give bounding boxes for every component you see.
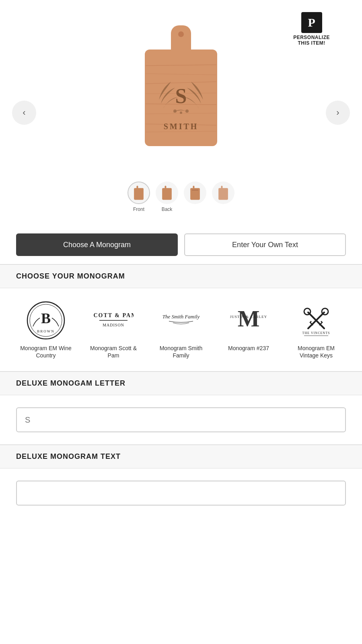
monogram-item-scott-pam[interactable]: SCOTT & PAM MADISON Monogram Scott & Pam xyxy=(87,300,140,359)
letter-input-section xyxy=(0,395,362,445)
monogram-label-vintage-keys: Monogram EM Vintage Keys xyxy=(290,345,342,359)
svg-rect-17 xyxy=(134,188,144,200)
monogram-label-wine-country: Monogram EM Wine Country xyxy=(20,345,72,359)
personalize-badge: P PERSONALIZE THIS ITEM! xyxy=(293,12,330,46)
monogram-item-smith-family[interactable]: The Smith Family Monogram Smith Family xyxy=(155,300,207,359)
thumbnail-row xyxy=(128,182,234,204)
svg-rect-22 xyxy=(192,190,198,190)
monogram-item-vintage-keys[interactable]: THE VINCENTS Monogram EM Vintage Keys xyxy=(290,300,342,359)
cutting-board-image: S SMITH xyxy=(125,21,237,174)
monogram-section-title: CHOOSE YOUR MONOGRAM xyxy=(16,272,346,281)
monogram-letter-input[interactable] xyxy=(16,407,346,432)
personalize-text: PERSONALIZE THIS ITEM! xyxy=(293,35,330,46)
thumbnail-back[interactable] xyxy=(156,182,178,204)
letter-section-title: DELUXE MONOGAM LETTER xyxy=(16,379,346,388)
thumbnail-3[interactable] xyxy=(184,182,206,204)
monogram-item-237[interactable]: M JUSTIN & CARLEY Monogram #237 xyxy=(222,300,275,359)
svg-text:MADISON: MADISON xyxy=(103,323,124,327)
svg-point-1 xyxy=(178,31,184,37)
thumb-label-back: Back xyxy=(156,206,178,212)
prev-arrow[interactable]: ‹ xyxy=(12,101,36,125)
monogram-img-wine-country: B BROWN xyxy=(26,300,66,341)
enter-text-button[interactable]: Enter Your Own Text xyxy=(184,233,346,256)
toggle-section: Choose A Monogram Enter Your Own Text xyxy=(0,225,362,264)
monogram-img-vintage-keys: THE VINCENTS xyxy=(296,300,336,341)
text-section-header: DELUXE MONOGRAM TEXT xyxy=(0,445,362,469)
svg-point-12 xyxy=(173,109,177,113)
monogram-label-smith-family: Monogram Smith Family xyxy=(155,345,207,359)
monogram-grid: B BROWN Monogram EM Wine Country SCOTT &… xyxy=(0,288,362,372)
svg-point-14 xyxy=(185,109,189,113)
letter-section-header: DELUXE MONOGAM LETTER xyxy=(0,372,362,395)
svg-point-13 xyxy=(180,111,182,114)
svg-point-37 xyxy=(304,308,311,315)
svg-text:JUSTIN & CARLEY: JUSTIN & CARLEY xyxy=(230,315,267,319)
monogram-item-wine-country[interactable]: B BROWN Monogram EM Wine Country xyxy=(20,300,72,359)
product-section: P PERSONALIZE THIS ITEM! ‹ xyxy=(0,0,362,225)
monogram-section-header: CHOOSE YOUR MONOGRAM xyxy=(0,264,362,288)
monogram-img-237: M JUSTIN & CARLEY xyxy=(228,300,269,341)
thumb-label-front: Front xyxy=(128,206,150,212)
monogram-img-scott-pam: SCOTT & PAM MADISON xyxy=(93,300,134,341)
monogram-label-scott-pam: Monogram Scott & Pam xyxy=(87,345,140,359)
svg-text:BROWN: BROWN xyxy=(37,329,55,333)
svg-rect-19 xyxy=(162,188,172,200)
next-arrow[interactable]: › xyxy=(326,101,350,125)
thumb-label-3 xyxy=(184,206,206,212)
thumbnail-front[interactable] xyxy=(128,182,150,204)
choose-monogram-button[interactable]: Choose A Monogram xyxy=(16,233,178,256)
svg-text:The Smith Family: The Smith Family xyxy=(162,314,200,320)
monogram-img-smith-family: The Smith Family xyxy=(161,300,201,341)
text-input-section xyxy=(0,469,362,518)
thumb-label-4 xyxy=(212,206,234,212)
svg-rect-24 xyxy=(218,188,228,200)
svg-text:SMITH: SMITH xyxy=(164,122,199,131)
monogram-text-input[interactable] xyxy=(16,481,346,506)
monogram-label-237: Monogram #237 xyxy=(228,345,269,352)
board-container: S SMITH xyxy=(125,21,237,212)
svg-text:B: B xyxy=(41,310,51,326)
svg-text:S: S xyxy=(175,85,187,107)
svg-text:SCOTT & PAM: SCOTT & PAM xyxy=(93,312,134,318)
thumbnail-4[interactable] xyxy=(212,182,234,204)
text-section-title: DELUXE MONOGRAM TEXT xyxy=(16,452,346,461)
svg-text:THE VINCENTS: THE VINCENTS xyxy=(302,331,330,335)
svg-point-38 xyxy=(322,308,328,315)
personalize-icon: P xyxy=(301,12,322,33)
thumbnail-labels: Front Back xyxy=(128,206,234,212)
